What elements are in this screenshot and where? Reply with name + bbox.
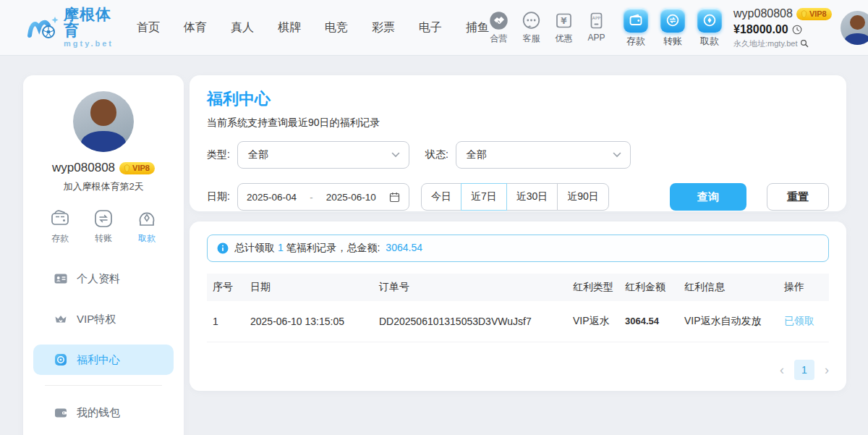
user-avatar[interactable] [841, 11, 868, 45]
quick-icons-group: 合营 客服 ¥ 优惠 [489, 11, 606, 45]
chevron-down-icon [391, 152, 400, 158]
user-name[interactable]: wyp080808 [733, 7, 793, 22]
withdraw-button[interactable]: 取款 [697, 8, 722, 48]
page-title: 福利中心 [207, 88, 829, 110]
withdraw-diamond-icon [136, 208, 158, 229]
quick-range-group: 今日 近7日 近30日 近90日 [421, 183, 609, 211]
cell-index: 1 [207, 301, 244, 342]
sidebar-vip-badge: VIP8 [119, 162, 155, 174]
nav-item-esports[interactable]: 电竞 [325, 20, 348, 35]
partner-button[interactable]: 合营 [489, 11, 509, 45]
sidebar-item-wallet[interactable]: 我的钱包 [33, 397, 174, 428]
withdraw-diamond-icon [697, 8, 722, 33]
nav-item-live[interactable]: 真人 [231, 20, 254, 35]
chevron-down-icon [613, 152, 621, 158]
date-range-picker[interactable]: 2025-06-04 - 2025-06-10 [237, 183, 409, 211]
summary-text: 总计领取 1 笔福利记录，总金额: 3064.54 [234, 242, 422, 255]
app-download-button[interactable]: APP APP [587, 11, 606, 45]
transfer-arrows-icon [93, 208, 114, 229]
date-from: 2025-06-04 [247, 192, 297, 203]
menu-divider [45, 385, 162, 386]
welfare-coin-icon [54, 352, 68, 367]
welfare-results-panel: 总计领取 1 笔福利记录，总金额: 3064.54 序号 日期 订单号 红利类型… [190, 221, 846, 391]
col-bonus-type: 红利类型 [567, 274, 619, 301]
col-bonus-info: 红利信息 [678, 274, 778, 301]
type-select[interactable]: 全部 [237, 141, 409, 169]
range-7d-button[interactable]: 近7日 [461, 183, 507, 211]
transfer-arrows-icon [660, 8, 685, 33]
date-to: 2025-06-10 [326, 192, 376, 203]
main-nav: 首页 体育 真人 棋牌 电竞 彩票 电子 捕鱼 [137, 20, 489, 35]
promo-button[interactable]: ¥ 优惠 [554, 11, 574, 45]
claimed-status[interactable]: 已领取 [778, 301, 829, 342]
id-card-icon [54, 271, 68, 286]
col-date: 日期 [244, 274, 373, 301]
gem-icon [123, 164, 131, 172]
sidebar-avatar[interactable] [73, 91, 134, 152]
col-bonus-amount: 红利金额 [619, 274, 678, 301]
svg-text:APP: APP [592, 15, 601, 20]
svg-text:¥: ¥ [561, 15, 567, 25]
user-balance: ¥18000.00 [733, 22, 788, 38]
transfer-button[interactable]: 转账 [660, 8, 685, 48]
sidebar-transfer-button[interactable]: 转账 [93, 208, 114, 245]
magnifier-icon[interactable] [800, 39, 809, 48]
page-subtitle: 当前系统支持查询最近90日的福利记录 [207, 117, 829, 130]
sidebar-menu: 个人资料 VIP特权 福利中心 我的钱包 [23, 263, 184, 435]
support-button[interactable]: 客服 [522, 11, 541, 45]
status-label: 状态: [425, 148, 448, 161]
search-button[interactable]: 查询 [670, 183, 746, 211]
logo[interactable]: 摩根体育 mgty.bet [26, 7, 114, 48]
nav-item-lottery[interactable]: 彩票 [372, 20, 395, 35]
handshake-icon [489, 11, 509, 30]
user-info-block: wyp080808 VIP8 ¥18000.00 永久地址:mgty.bet [733, 7, 832, 48]
deposit-wallet-icon [624, 8, 648, 33]
nav-item-sports[interactable]: 体育 [184, 20, 207, 35]
cell-bonus-info: VIP返水自动发放 [678, 301, 778, 342]
next-page-button[interactable]: › [825, 363, 829, 376]
crown-icon [54, 312, 68, 326]
permanent-address: 永久地址:mgty.bet [733, 38, 797, 48]
deposit-button[interactable]: 存款 [624, 8, 648, 48]
range-today-button[interactable]: 今日 [421, 183, 461, 211]
status-select[interactable]: 全部 [456, 141, 631, 169]
col-action: 操作 [778, 274, 829, 301]
refresh-balance-icon[interactable] [792, 25, 802, 35]
wallet-icon [54, 405, 68, 420]
range-30d-button[interactable]: 近30日 [506, 183, 558, 211]
sidebar-item-welfare[interactable]: 福利中心 [33, 345, 174, 375]
nav-item-slots[interactable]: 电子 [419, 20, 442, 35]
pagination: ‹ 1 › [207, 360, 829, 380]
nav-item-home[interactable]: 首页 [137, 20, 160, 35]
sidebar-withdraw-button[interactable]: 取款 [136, 208, 158, 245]
profile-sidebar: wyp080808 VIP8 加入摩根体育第2天 存款 [23, 75, 184, 435]
filter-row-selects: 类型: 全部 状态: 全部 [207, 141, 829, 169]
vip-badge: VIP8 [796, 8, 832, 20]
sidebar-item-vip[interactable]: VIP特权 [33, 304, 174, 334]
sidebar-actions: 存款 转账 取款 [23, 208, 184, 245]
logo-mark-icon [26, 12, 59, 43]
nav-item-cards[interactable]: 棋牌 [278, 20, 301, 35]
gem-icon [800, 10, 808, 18]
cell-bonus-amount: 3064.54 [619, 301, 678, 342]
wallet-actions-group: 存款 转账 取款 [624, 8, 722, 48]
prev-page-button[interactable]: ‹ [780, 363, 784, 376]
filter-row-dates: 日期: 2025-06-04 - 2025-06-10 今日 近7日 近30日 … [207, 183, 829, 211]
logo-title: 摩根体育 [64, 7, 114, 38]
range-90d-button[interactable]: 近90日 [557, 183, 609, 211]
summary-bar: 总计领取 1 笔福利记录，总金额: 3064.54 [207, 235, 829, 262]
cell-order-no: DD202506101315053D3VWuJsf7 [373, 301, 567, 342]
joined-days-text: 加入摩根体育第2天 [23, 180, 184, 193]
deposit-wallet-icon [49, 208, 71, 229]
page-number[interactable]: 1 [794, 360, 814, 380]
nav-item-fishing[interactable]: 捕鱼 [466, 20, 489, 35]
yuan-coupon-icon: ¥ [554, 11, 574, 30]
reset-button[interactable]: 重置 [767, 183, 829, 211]
sidebar-deposit-button[interactable]: 存款 [49, 208, 71, 245]
chat-icon [522, 11, 541, 30]
welfare-filter-panel: 福利中心 当前系统支持查询最近90日的福利记录 类型: 全部 状态: 全部 日期… [190, 75, 846, 211]
sidebar-item-profile[interactable]: 个人资料 [33, 263, 174, 294]
info-icon [217, 242, 229, 254]
table-header-row: 序号 日期 订单号 红利类型 红利金额 红利信息 操作 [207, 274, 829, 301]
summary-count: 1 [278, 242, 284, 253]
